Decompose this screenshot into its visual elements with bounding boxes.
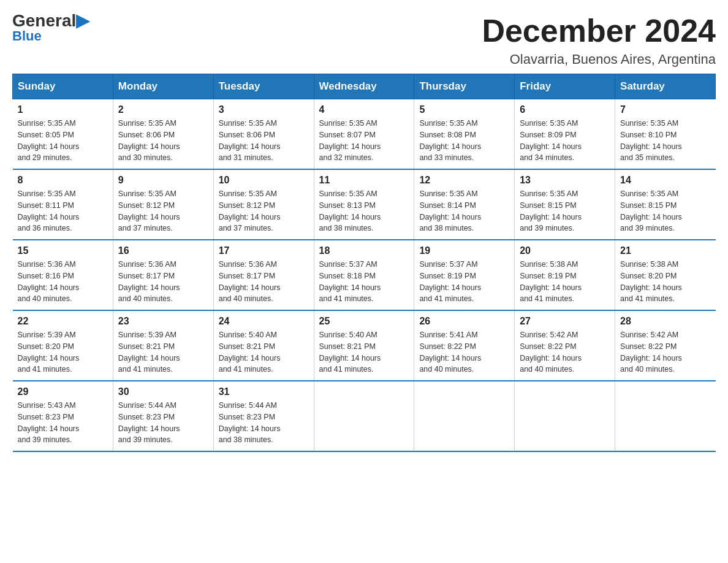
- day-info: Sunrise: 5:35 AM Sunset: 8:13 PM Dayligh…: [319, 188, 409, 234]
- calendar-cell: 26 Sunrise: 5:41 AM Sunset: 8:22 PM Dayl…: [414, 310, 515, 381]
- day-info: Sunrise: 5:35 AM Sunset: 8:12 PM Dayligh…: [219, 188, 309, 234]
- weekday-header-saturday: Saturday: [615, 74, 716, 99]
- page-header: General▶ Blue December 2024 Olavarria, B…: [12, 12, 716, 67]
- day-number: 31: [219, 386, 309, 397]
- calendar-cell: 21 Sunrise: 5:38 AM Sunset: 8:20 PM Dayl…: [615, 240, 716, 310]
- day-info: Sunrise: 5:42 AM Sunset: 8:22 PM Dayligh…: [520, 329, 610, 375]
- calendar-cell: [515, 381, 615, 451]
- day-number: 7: [620, 104, 710, 115]
- calendar-cell: 1 Sunrise: 5:35 AM Sunset: 8:05 PM Dayli…: [13, 99, 113, 170]
- calendar-cell: 29 Sunrise: 5:43 AM Sunset: 8:23 PM Dayl…: [13, 381, 113, 451]
- day-number: 17: [219, 245, 309, 256]
- day-info: Sunrise: 5:44 AM Sunset: 8:23 PM Dayligh…: [219, 400, 309, 446]
- day-info: Sunrise: 5:38 AM Sunset: 8:19 PM Dayligh…: [520, 259, 610, 305]
- weekday-header-row: SundayMondayTuesdayWednesdayThursdayFrid…: [13, 74, 716, 99]
- calendar-cell: 12 Sunrise: 5:35 AM Sunset: 8:14 PM Dayl…: [414, 169, 515, 240]
- calendar-cell: 25 Sunrise: 5:40 AM Sunset: 8:21 PM Dayl…: [314, 310, 414, 381]
- calendar-cell: 10 Sunrise: 5:35 AM Sunset: 8:12 PM Dayl…: [213, 169, 314, 240]
- day-info: Sunrise: 5:35 AM Sunset: 8:09 PM Dayligh…: [520, 118, 610, 164]
- weekday-header-tuesday: Tuesday: [213, 74, 314, 99]
- calendar-cell: 9 Sunrise: 5:35 AM Sunset: 8:12 PM Dayli…: [113, 169, 213, 240]
- weekday-header-sunday: Sunday: [13, 74, 113, 99]
- day-info: Sunrise: 5:35 AM Sunset: 8:07 PM Dayligh…: [319, 118, 409, 164]
- calendar-week-4: 22 Sunrise: 5:39 AM Sunset: 8:20 PM Dayl…: [13, 310, 716, 381]
- calendar-cell: 20 Sunrise: 5:38 AM Sunset: 8:19 PM Dayl…: [515, 240, 615, 310]
- day-number: 23: [118, 316, 208, 327]
- day-number: 9: [118, 175, 208, 186]
- day-info: Sunrise: 5:36 AM Sunset: 8:17 PM Dayligh…: [118, 259, 208, 305]
- day-info: Sunrise: 5:44 AM Sunset: 8:23 PM Dayligh…: [118, 400, 208, 446]
- day-info: Sunrise: 5:42 AM Sunset: 8:22 PM Dayligh…: [620, 329, 710, 375]
- calendar-week-5: 29 Sunrise: 5:43 AM Sunset: 8:23 PM Dayl…: [13, 381, 716, 451]
- day-info: Sunrise: 5:36 AM Sunset: 8:16 PM Dayligh…: [18, 259, 108, 305]
- day-info: Sunrise: 5:35 AM Sunset: 8:06 PM Dayligh…: [219, 118, 309, 164]
- day-info: Sunrise: 5:41 AM Sunset: 8:22 PM Dayligh…: [419, 329, 509, 375]
- calendar-cell: 24 Sunrise: 5:40 AM Sunset: 8:21 PM Dayl…: [213, 310, 314, 381]
- logo-blue-text: Blue: [12, 28, 42, 44]
- calendar-week-3: 15 Sunrise: 5:36 AM Sunset: 8:16 PM Dayl…: [13, 240, 716, 310]
- day-number: 15: [18, 245, 108, 256]
- calendar-week-2: 8 Sunrise: 5:35 AM Sunset: 8:11 PM Dayli…: [13, 169, 716, 240]
- calendar-cell: [314, 381, 414, 451]
- day-number: 25: [319, 316, 409, 327]
- day-info: Sunrise: 5:40 AM Sunset: 8:21 PM Dayligh…: [219, 329, 309, 375]
- day-number: 21: [620, 245, 710, 256]
- title-section: December 2024 Olavarria, Buenos Aires, A…: [482, 12, 716, 67]
- day-number: 6: [520, 104, 610, 115]
- day-info: Sunrise: 5:35 AM Sunset: 8:14 PM Dayligh…: [419, 188, 509, 234]
- day-info: Sunrise: 5:35 AM Sunset: 8:15 PM Dayligh…: [520, 188, 610, 234]
- logo-triangle-icon: ▶: [76, 11, 89, 30]
- day-number: 5: [419, 104, 509, 115]
- calendar-cell: 3 Sunrise: 5:35 AM Sunset: 8:06 PM Dayli…: [213, 99, 314, 170]
- day-number: 24: [219, 316, 309, 327]
- calendar-cell: 8 Sunrise: 5:35 AM Sunset: 8:11 PM Dayli…: [13, 169, 113, 240]
- day-info: Sunrise: 5:37 AM Sunset: 8:19 PM Dayligh…: [419, 259, 509, 305]
- day-info: Sunrise: 5:35 AM Sunset: 8:05 PM Dayligh…: [18, 118, 108, 164]
- calendar-week-1: 1 Sunrise: 5:35 AM Sunset: 8:05 PM Dayli…: [13, 99, 716, 170]
- day-number: 11: [319, 175, 409, 186]
- day-info: Sunrise: 5:35 AM Sunset: 8:06 PM Dayligh…: [118, 118, 208, 164]
- day-number: 26: [419, 316, 509, 327]
- calendar-cell: 4 Sunrise: 5:35 AM Sunset: 8:07 PM Dayli…: [314, 99, 414, 170]
- day-info: Sunrise: 5:35 AM Sunset: 8:10 PM Dayligh…: [620, 118, 710, 164]
- day-info: Sunrise: 5:35 AM Sunset: 8:08 PM Dayligh…: [419, 118, 509, 164]
- weekday-header-wednesday: Wednesday: [314, 74, 414, 99]
- calendar-cell: 15 Sunrise: 5:36 AM Sunset: 8:16 PM Dayl…: [13, 240, 113, 310]
- calendar-cell: 18 Sunrise: 5:37 AM Sunset: 8:18 PM Dayl…: [314, 240, 414, 310]
- day-number: 12: [419, 175, 509, 186]
- calendar-cell: 2 Sunrise: 5:35 AM Sunset: 8:06 PM Dayli…: [113, 99, 213, 170]
- calendar-cell: 31 Sunrise: 5:44 AM Sunset: 8:23 PM Dayl…: [213, 381, 314, 451]
- calendar-cell: 6 Sunrise: 5:35 AM Sunset: 8:09 PM Dayli…: [515, 99, 615, 170]
- day-info: Sunrise: 5:38 AM Sunset: 8:20 PM Dayligh…: [620, 259, 710, 305]
- day-info: Sunrise: 5:36 AM Sunset: 8:17 PM Dayligh…: [219, 259, 309, 305]
- day-info: Sunrise: 5:39 AM Sunset: 8:20 PM Dayligh…: [18, 329, 108, 375]
- calendar-cell: 30 Sunrise: 5:44 AM Sunset: 8:23 PM Dayl…: [113, 381, 213, 451]
- day-info: Sunrise: 5:37 AM Sunset: 8:18 PM Dayligh…: [319, 259, 409, 305]
- calendar-cell: 22 Sunrise: 5:39 AM Sunset: 8:20 PM Dayl…: [13, 310, 113, 381]
- day-info: Sunrise: 5:35 AM Sunset: 8:15 PM Dayligh…: [620, 188, 710, 234]
- day-number: 29: [18, 386, 108, 397]
- day-number: 10: [219, 175, 309, 186]
- day-number: 18: [319, 245, 409, 256]
- calendar-cell: 14 Sunrise: 5:35 AM Sunset: 8:15 PM Dayl…: [615, 169, 716, 240]
- calendar-cell: 16 Sunrise: 5:36 AM Sunset: 8:17 PM Dayl…: [113, 240, 213, 310]
- day-number: 19: [419, 245, 509, 256]
- day-info: Sunrise: 5:35 AM Sunset: 8:11 PM Dayligh…: [18, 188, 108, 234]
- day-number: 30: [118, 386, 208, 397]
- calendar-cell: 17 Sunrise: 5:36 AM Sunset: 8:17 PM Dayl…: [213, 240, 314, 310]
- calendar-table: SundayMondayTuesdayWednesdayThursdayFrid…: [12, 74, 716, 452]
- location: Olavarria, Buenos Aires, Argentina: [482, 52, 716, 67]
- calendar-cell: 23 Sunrise: 5:39 AM Sunset: 8:21 PM Dayl…: [113, 310, 213, 381]
- calendar-cell: 11 Sunrise: 5:35 AM Sunset: 8:13 PM Dayl…: [314, 169, 414, 240]
- calendar-cell: 5 Sunrise: 5:35 AM Sunset: 8:08 PM Dayli…: [414, 99, 515, 170]
- day-number: 8: [18, 175, 108, 186]
- calendar-cell: 28 Sunrise: 5:42 AM Sunset: 8:22 PM Dayl…: [615, 310, 716, 381]
- calendar-cell: 27 Sunrise: 5:42 AM Sunset: 8:22 PM Dayl…: [515, 310, 615, 381]
- day-number: 16: [118, 245, 208, 256]
- calendar-cell: 13 Sunrise: 5:35 AM Sunset: 8:15 PM Dayl…: [515, 169, 615, 240]
- day-number: 14: [620, 175, 710, 186]
- weekday-header-thursday: Thursday: [414, 74, 515, 99]
- weekday-header-monday: Monday: [113, 74, 213, 99]
- logo-general-text: General▶: [12, 12, 89, 29]
- weekday-header-friday: Friday: [515, 74, 615, 99]
